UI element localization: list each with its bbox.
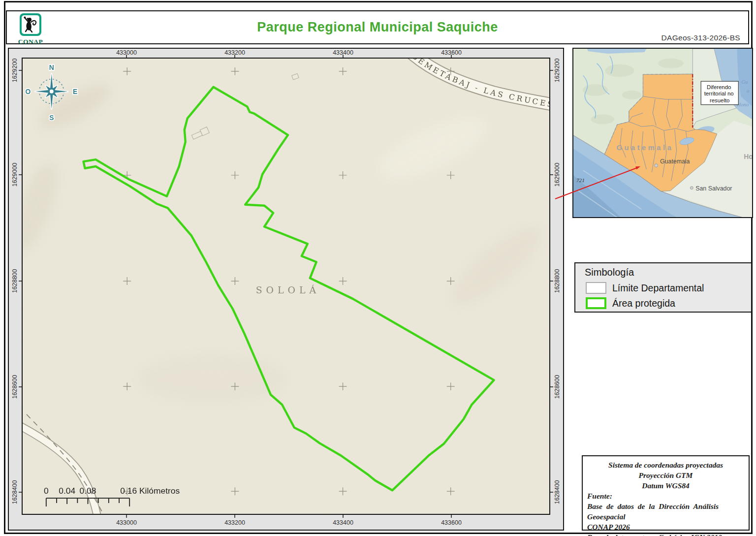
y-axis-label: 1629200	[11, 59, 18, 83]
y-axis-label: 1628800	[11, 269, 18, 293]
y-axis-label: 1629000	[11, 163, 18, 187]
department-label: SOLOLÁ	[256, 284, 320, 295]
crs-line-3: Datum WGS84	[587, 480, 744, 491]
compass-s: S	[49, 114, 54, 122]
fuente-label: Fuente:	[587, 491, 744, 501]
y-axis-label: 1628600	[554, 375, 561, 399]
x-axis-label: 433600	[441, 49, 462, 56]
inset-country-label: Guatemala	[616, 144, 673, 152]
legend-item-label: Área protegida	[612, 298, 675, 309]
compass-e: E	[73, 88, 77, 95]
crs-line-2: Proyección GTM	[587, 470, 744, 480]
x-axis-label: 433600	[441, 519, 462, 526]
x-axis-label: 433200	[224, 519, 245, 526]
svg-text:Gu: Gu	[741, 79, 748, 85]
map-canvas: SEMETABAJ - LAS CRUCES SOLOLÁ 0 0.04 0.0…	[22, 58, 550, 515]
inset-dispute-note: Diferendo territorial no resuelto	[701, 81, 738, 104]
scale-label-004: 0.04	[59, 486, 75, 496]
inset-capital-dot	[655, 164, 658, 167]
conap-logo: CONAP	[16, 13, 45, 46]
legend-box: Simbología Límite Departamental Área pro…	[574, 262, 752, 313]
y-axis-label: 1628400	[11, 480, 18, 504]
compass-n: N	[49, 63, 54, 71]
protected-area-swatch	[586, 297, 606, 309]
scale-label-0: 0	[44, 486, 49, 496]
inset-svg: Guatemala Guatemala San Salvador Ho Gu a…	[573, 49, 752, 217]
inset-route-label: 721	[576, 177, 585, 183]
legend-item-area-protegida: Área protegida	[586, 297, 751, 309]
compass-o: O	[26, 88, 31, 95]
inset-san-salvador-label: San Salvador	[695, 185, 732, 192]
page-title: Parque Regional Municipal Saquiche	[257, 20, 498, 35]
x-axis-label: 433200	[224, 49, 245, 56]
inset-locator-map: Guatemala Guatemala San Salvador Ho Gu a…	[572, 48, 753, 218]
scale-label-016: 0.16 Kilómetros	[120, 486, 180, 496]
source-line-1: Base de datos de la Dirección Análisis G…	[587, 501, 744, 522]
header-bar: CONAP Parque Regional Municipal Saquiche…	[6, 10, 749, 44]
conap-logo-text: CONAP	[16, 38, 45, 46]
scale-label-008: 0.08	[80, 486, 96, 496]
x-axis-label: 433400	[333, 49, 353, 56]
x-axis-label: 433000	[116, 49, 137, 56]
y-axis-label: 1629200	[554, 59, 561, 83]
source-line-3: Base de datos cartografía básica IGN 201…	[587, 532, 744, 536]
inset-honduras-partial-label: Ho	[744, 153, 752, 160]
inset-capital-label: Guatemala	[660, 158, 690, 165]
map-document-page: CONAP Parque Regional Municipal Saquiche…	[0, 0, 756, 536]
legend-item-label: Límite Departamental	[612, 283, 704, 294]
inset-san-salvador-dot	[690, 187, 693, 189]
y-axis-label: 1628400	[554, 480, 561, 504]
source-line-2: CONAP 2026	[587, 522, 744, 532]
legend-title: Simbología	[585, 267, 751, 278]
svg-text:a: a	[747, 88, 750, 94]
conap-logo-icon	[20, 13, 41, 36]
x-axis-label: 433000	[116, 519, 137, 526]
y-axis-label: 1628600	[11, 375, 18, 399]
departmental-boundary-swatch	[586, 282, 606, 294]
document-code: DAGeos-313-2026-BS	[662, 33, 740, 42]
source-info-box: Sistema de coordenadas proyectadas Proye…	[582, 455, 750, 531]
legend-item-limite-departamental: Límite Departamental	[586, 282, 751, 294]
x-axis-label: 433400	[333, 519, 353, 526]
y-axis-label: 1629000	[554, 163, 561, 187]
y-axis-label: 1628800	[554, 269, 561, 293]
crs-line-1: Sistema de coordenadas proyectadas	[587, 460, 744, 470]
map-svg: SEMETABAJ - LAS CRUCES SOLOLÁ 0 0.04 0.0…	[23, 59, 549, 514]
